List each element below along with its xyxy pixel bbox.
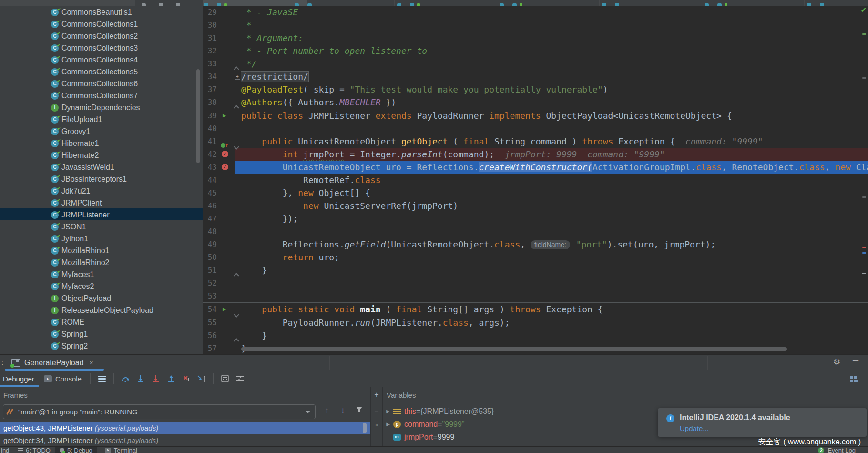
code-text[interactable]: UnicastRemoteObject uro = Reflections.cr… — [241, 161, 868, 174]
code-text[interactable]: PayloadRunner.run(JRMPListener.class, ar… — [241, 316, 510, 329]
tree-item-Jdk7u21[interactable]: CJdk7u21 — [0, 185, 203, 196]
code-text[interactable]: return uro; — [241, 251, 339, 264]
tree-item-MozillaRhino2[interactable]: CMozillaRhino2 — [0, 256, 203, 268]
code-text[interactable]: RemoteRef.class — [241, 174, 381, 186]
filter-icon[interactable] — [356, 406, 363, 415]
tree-item-Myfaces1[interactable]: CMyfaces1 — [0, 268, 203, 280]
frame-down-icon[interactable]: ↓ — [341, 406, 345, 415]
editor-error-stripe[interactable]: ✔ — [861, 6, 868, 354]
statusbar-item-terminal[interactable]: > Terminal — [105, 447, 137, 453]
code-text[interactable]: public class JRMPListener extends Payloa… — [241, 109, 732, 122]
code-text[interactable]: } — [241, 329, 267, 342]
tree-item-JRMPClient[interactable]: CJRMPClient — [0, 196, 203, 208]
tree-item-CommonsCollections3[interactable]: CCommonsCollections3 — [0, 41, 203, 53]
sidebar-scrollbar[interactable] — [196, 69, 200, 163]
code-text[interactable]: * — [241, 19, 252, 31]
minimize-icon[interactable]: ─ — [853, 356, 858, 366]
code-text[interactable]: }, new Object[] { — [241, 186, 370, 199]
tree-item-FileUpload1[interactable]: CFileUpload1 — [0, 113, 203, 125]
code-text[interactable]: }); — [241, 212, 298, 225]
fold-expand-icon[interactable]: + — [235, 74, 240, 80]
force-step-into-icon[interactable] — [150, 372, 162, 385]
tree-item-JavassistWeld1[interactable]: CJavassistWeld1 — [0, 161, 203, 173]
fold-marker-icon[interactable] — [235, 268, 240, 274]
code-text[interactable]: * Argument: — [241, 31, 303, 44]
breakpoint-icon[interactable]: ✓ — [222, 164, 228, 170]
thread-selector[interactable]: "main"@1 in group "main": RUNNING — [3, 404, 316, 419]
editor-horizontal-scrollbar[interactable] — [241, 347, 787, 351]
expand-arrow-icon[interactable]: ▶ — [383, 409, 393, 414]
step-into-icon[interactable] — [134, 372, 147, 385]
tree-item-Spring2[interactable]: CSpring2 — [0, 340, 203, 351]
tree-item-DynamicDependencies[interactable]: IDynamicDependencies — [0, 101, 203, 113]
fold-marker-icon[interactable] — [235, 307, 240, 313]
gear-icon[interactable]: ⚙ — [833, 357, 840, 367]
tree-item-JSON1[interactable]: CJSON1 — [0, 220, 203, 232]
statusbar-item-todo[interactable]: 6: TODO — [18, 447, 51, 453]
remove-watch-icon[interactable]: − — [371, 407, 382, 415]
layout-options-icon[interactable] — [234, 372, 246, 385]
run-to-cursor-icon[interactable] — [195, 372, 208, 385]
update-link[interactable]: Update... — [680, 424, 709, 432]
tree-item-ROME[interactable]: CROME — [0, 316, 203, 328]
evaluate-expression-icon[interactable] — [219, 372, 231, 385]
run-line-icon[interactable]: ▶ — [223, 303, 226, 316]
tree-item-CommonsCollections5[interactable]: CCommonsCollections5 — [0, 65, 203, 77]
fold-marker-icon[interactable] — [235, 62, 240, 67]
code-text[interactable]: * - Port number to open listener to — [241, 44, 427, 57]
tree-item-ReleaseableObjectPayload[interactable]: IReleaseableObjectPayload — [0, 304, 203, 316]
tree-item-CommonsCollections6[interactable]: CCommonsCollections6 — [0, 77, 203, 89]
step-over-icon[interactable] — [119, 372, 132, 385]
code-text[interactable]: /restriction/ — [241, 70, 308, 83]
tab-console[interactable]: ▸Console — [39, 371, 86, 387]
code-text[interactable]: public static void main ( final String[]… — [241, 303, 603, 316]
fold-marker-icon[interactable] — [235, 100, 240, 106]
chevron-double-icon[interactable]: » — [371, 421, 382, 428]
tab-debugger[interactable]: Debugger — [0, 371, 39, 387]
tree-item-Myfaces2[interactable]: CMyfaces2 — [0, 280, 203, 292]
drop-frame-icon[interactable] — [180, 372, 193, 385]
code-text[interactable]: public UnicastRemoteObject getObject ( f… — [241, 135, 763, 148]
code-text[interactable]: } — [241, 264, 267, 277]
tree-item-Hibernate1[interactable]: CHibernate1 — [0, 137, 203, 149]
step-out-icon[interactable] — [165, 372, 177, 385]
tree-item-JRMPListener[interactable]: CJRMPListener — [0, 208, 203, 220]
tree-item-CommonsCollections2[interactable]: CCommonsCollections2 — [0, 30, 203, 41]
code-text[interactable]: * - JavaSE — [241, 6, 298, 19]
code-text[interactable]: Reflections.getField(UnicastRemoteObject… — [241, 238, 715, 251]
code-text[interactable]: */ — [241, 57, 257, 70]
frame-up-icon[interactable]: ↑ — [325, 406, 329, 415]
tree-item-CommonsCollections1[interactable]: CCommonsCollections1 — [0, 18, 203, 30]
execution-point-icon[interactable]: ↑ — [221, 138, 228, 152]
breakpoint-icon[interactable]: ✓ — [222, 151, 228, 157]
frame-row-0[interactable]: getObject:43, JRMPListener (ysoserial.pa… — [0, 422, 370, 434]
tree-item-CommonsBeanutils1[interactable]: CCommonsBeanutils1 — [0, 6, 203, 18]
frame-row-1[interactable]: getObject:34, JRMPListener (ysoserial.pa… — [0, 434, 370, 447]
tree-item-ObjectPayload[interactable]: IObjectPayload — [0, 292, 203, 304]
tree-item-Hibernate2[interactable]: CHibernate2 — [0, 149, 203, 161]
fold-marker-icon[interactable] — [235, 333, 240, 339]
tree-item-Spring1[interactable]: CSpring1 — [0, 328, 203, 340]
run-config-tab[interactable]: GeneratePayload × — [11, 356, 93, 369]
statusbar-item-debug[interactable]: 5: Debug — [55, 447, 97, 453]
fold-marker-icon[interactable] — [235, 139, 240, 145]
code-text[interactable]: new UnicastServerRef(jrmpPort) — [241, 199, 458, 212]
code-text[interactable]: @PayloadTest( skip = "This test would ma… — [241, 83, 608, 96]
code-editor[interactable]: 29 * - JavaSE30 *31 * Argument:32 * - Po… — [203, 6, 868, 354]
tree-item-Jython1[interactable]: CJython1 — [0, 232, 203, 244]
expand-arrow-icon[interactable]: ▶ — [383, 422, 393, 427]
add-watch-icon[interactable]: + — [371, 391, 382, 399]
layout-grid-icon[interactable] — [848, 373, 860, 385]
frames-scrollbar[interactable] — [363, 423, 367, 433]
tree-item-Groovy1[interactable]: CGroovy1 — [0, 125, 203, 137]
run-line-icon[interactable]: ▶ — [223, 109, 226, 122]
close-icon[interactable]: × — [90, 359, 93, 367]
event-log-button[interactable]: 2 Event Log — [818, 447, 856, 453]
tree-item-JBossInterceptors1[interactable]: CJBossInterceptors1 — [0, 173, 203, 185]
code-text[interactable]: @Authors({ Authors.MBECHLER }) — [241, 96, 396, 109]
hamburger-icon[interactable] — [96, 372, 108, 385]
tree-item-CommonsCollections7[interactable]: CCommonsCollections7 — [0, 89, 203, 101]
tree-item-MozillaRhino1[interactable]: CMozillaRhino1 — [0, 244, 203, 256]
code-text[interactable]: int jrmpPort = Integer.parseInt(command)… — [241, 148, 665, 161]
tree-item-CommonsCollections4[interactable]: CCommonsCollections4 — [0, 53, 203, 65]
